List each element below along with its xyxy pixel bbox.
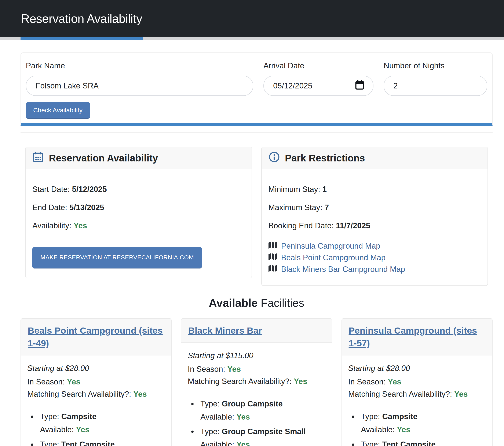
map-icon [269, 241, 277, 251]
type-line: Type: Campsite [361, 411, 486, 422]
in-season-line: In Season: Yes [348, 377, 486, 386]
calendar-icon [32, 151, 44, 165]
site-type-item: Type: Group Campsite Small Available: Ye… [198, 426, 325, 446]
beals-point-map-link[interactable]: Beals Point Campground Map [269, 253, 481, 262]
nights-field: Number of Nights [384, 60, 487, 96]
matching-line: Matching Search Availability?: Yes [348, 390, 486, 399]
nights-label: Number of Nights [384, 61, 487, 70]
map-icon [269, 253, 277, 262]
starting-price: Starting at $28.00 [348, 364, 486, 373]
info-icon [269, 151, 280, 165]
site-type-list: Type: Group Campsite Available: Yes Type… [188, 398, 325, 446]
booking-end-value: 11/7/2025 [336, 221, 370, 230]
facility-card-body: Starting at $28.00 In Season: Yes Matchi… [21, 356, 171, 446]
map-links: Peninsula Campground Map Beals Point Cam… [269, 241, 481, 274]
availability-value: Yes [74, 221, 87, 230]
site-type-list: Type: Campsite Available: Yes Type: Tent… [27, 411, 165, 446]
arrival-date-input[interactable]: 05/12/2025 [263, 76, 374, 96]
nights-input[interactable] [384, 76, 487, 96]
app-header: Reservation Availability [0, 0, 504, 37]
availability-line: Availability: Yes [32, 221, 245, 230]
max-stay-line: Maximum Stay: 7 [269, 203, 481, 212]
availability-card-body: Start Date: 5/12/2025 End Date: 5/13/202… [26, 169, 252, 278]
available-line: Available: Yes [200, 411, 325, 423]
facility-card-peninsula: Peninsula Campground (sites 1-57) Starti… [342, 318, 493, 446]
starting-price: Starting at $115.00 [188, 351, 325, 360]
site-type-item: Type: Tent Campsite Available: Yes [358, 439, 486, 446]
available-line: Available: Yes [361, 424, 486, 435]
start-date-line: Start Date: 5/12/2025 [32, 185, 245, 194]
park-name-label: Park Name [26, 61, 253, 70]
make-reservation-button[interactable]: MAKE RESERVATION AT RESERVECALIFORNIA.CO… [32, 247, 202, 268]
end-date-line: End Date: 5/13/2025 [32, 203, 245, 212]
matching-line: Matching Search Availability?: Yes [27, 390, 165, 399]
facilities-row: Beals Point Campground (sites 1-49) Star… [20, 318, 493, 446]
availability-card: Reservation Availability Start Date: 5/1… [25, 147, 252, 278]
type-line: Type: Campsite [40, 411, 165, 422]
site-type-item: Type: Group Campsite Available: Yes [198, 398, 325, 423]
page-title: Reservation Availability [21, 12, 142, 26]
available-line: Available: Yes [40, 424, 165, 435]
end-date-value: 5/13/2025 [69, 203, 104, 212]
check-availability-button[interactable]: Check Availability [26, 102, 90, 119]
restrictions-card: Park Restrictions Minimum Stay: 1 Maximu… [261, 147, 488, 286]
active-tab-indicator [20, 37, 143, 40]
peninsula-map-link[interactable]: Peninsula Campground Map [269, 241, 481, 251]
matching-line: Matching Search Availability?: Yes [188, 377, 325, 386]
facility-card-beals-point: Beals Point Campground (sites 1-49) Star… [20, 318, 172, 446]
facility-title-link[interactable]: Peninsula Campground (sites 1-57) [349, 325, 477, 348]
site-type-item: Type: Tent Campsite Available: Yes [37, 439, 165, 446]
max-stay-value: 7 [324, 203, 329, 212]
heading-right-line [310, 303, 493, 303]
facility-card-header: Beals Point Campground (sites 1-49) [21, 319, 171, 356]
facility-card-black-miners-bar: Black Miners Bar Starting at $115.00 In … [181, 318, 332, 446]
facility-title-link[interactable]: Black Miners Bar [188, 325, 262, 336]
min-stay-line: Minimum Stay: 1 [269, 185, 481, 194]
in-season-line: In Season: Yes [27, 377, 165, 386]
available-line: Available: Yes [200, 439, 325, 446]
arrival-date-value: 05/12/2025 [273, 81, 312, 90]
type-line: Type: Group Campsite [200, 398, 325, 410]
restrictions-card-header: Park Restrictions [262, 147, 488, 169]
facilities-heading-text: Available Facilities [209, 296, 305, 309]
arrival-date-field: Arrival Date 05/12/2025 [263, 60, 374, 96]
black-miners-map-link[interactable]: Black Miners Bar Campground Map [269, 265, 481, 274]
min-stay-value: 1 [322, 185, 327, 194]
search-form-card: Park Name Arrival Date 05/12/2025 [20, 53, 493, 126]
facility-card-body: Starting at $28.00 In Season: Yes Matchi… [342, 356, 492, 446]
date-picker-calendar-icon[interactable] [355, 80, 364, 92]
facility-card-header: Peninsula Campground (sites 1-57) [342, 319, 492, 356]
restrictions-card-body: Minimum Stay: 1 Maximum Stay: 7 Booking … [262, 169, 488, 285]
booking-end-line: Booking End Date: 11/7/2025 [269, 221, 481, 230]
facility-title-link[interactable]: Beals Point Campground (sites 1-49) [28, 325, 163, 348]
facility-card-body: Starting at $115.00 In Season: Yes Match… [181, 343, 332, 446]
search-fields: Park Name Arrival Date 05/12/2025 [26, 60, 487, 96]
result-cards-row: Reservation Availability Start Date: 5/1… [20, 147, 493, 286]
start-date-value: 5/12/2025 [72, 185, 107, 194]
type-line: Type: Group Campsite Small [200, 426, 325, 437]
site-type-item: Type: Campsite Available: Yes [358, 411, 486, 435]
section-divider [20, 132, 493, 133]
restrictions-card-title: Park Restrictions [285, 152, 365, 164]
in-season-line: In Season: Yes [188, 365, 325, 374]
park-name-input[interactable] [26, 76, 253, 96]
map-icon [269, 265, 277, 274]
heading-left-line [20, 303, 203, 303]
availability-card-header: Reservation Availability [26, 147, 252, 169]
main-content: Park Name Arrival Date 05/12/2025 [20, 53, 493, 446]
header-underline [0, 37, 504, 40]
starting-price: Starting at $28.00 [27, 364, 165, 373]
type-line: Type: Tent Campsite [40, 439, 165, 446]
park-name-field: Park Name [26, 60, 253, 96]
availability-card-title: Reservation Availability [49, 152, 158, 164]
facility-card-header: Black Miners Bar [181, 319, 332, 343]
site-type-item: Type: Campsite Available: Yes [37, 411, 165, 435]
site-type-list: Type: Campsite Available: Yes Type: Tent… [348, 411, 486, 446]
type-line: Type: Tent Campsite [361, 439, 486, 446]
arrival-date-label: Arrival Date [263, 61, 374, 70]
facilities-heading: Available Facilities [20, 296, 493, 309]
